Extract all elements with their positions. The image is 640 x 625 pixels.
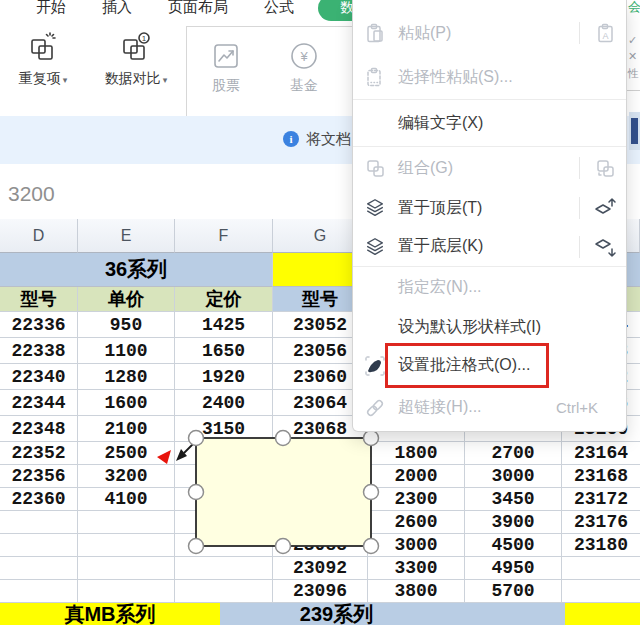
menu-item-cut: 剪切(T) Ctrl+X	[353, 0, 626, 10]
cell[interactable]: 22338	[0, 338, 78, 364]
cell[interactable]: 23096	[273, 580, 368, 603]
cell[interactable]	[273, 488, 368, 511]
cell[interactable]: 22352	[0, 442, 78, 465]
cell[interactable]: 2700	[465, 442, 562, 465]
ribbon-tabs: 开始 插入 页面布局 公式	[0, 0, 312, 21]
cell[interactable]: 5700	[465, 580, 562, 603]
cell[interactable]: 2000	[368, 465, 465, 488]
cell[interactable]	[0, 534, 78, 557]
cell[interactable]: 4950	[465, 557, 562, 580]
cell[interactable]: 2600	[368, 511, 465, 534]
cell[interactable]	[175, 511, 273, 534]
cell[interactable]: 3000	[368, 534, 465, 557]
cell[interactable]	[78, 534, 175, 557]
cell[interactable]	[175, 580, 273, 603]
cell[interactable]: 2100	[78, 416, 175, 442]
tab-insert[interactable]: 插入	[84, 0, 150, 17]
column-header-e[interactable]: E	[78, 219, 175, 253]
cell[interactable]: 22344	[0, 390, 78, 416]
paste-special-icon	[363, 67, 387, 89]
cell[interactable]: 3450	[465, 488, 562, 511]
cell[interactable]: 23088	[273, 534, 368, 557]
menu-item-bring-to-front[interactable]: 置于顶层(T)	[353, 189, 626, 227]
svg-text:1: 1	[142, 34, 147, 43]
header-list-price[interactable]: 定价	[175, 287, 273, 312]
cell[interactable]	[273, 511, 368, 534]
cell[interactable]	[175, 534, 273, 557]
cell[interactable]	[175, 465, 273, 488]
menu-item-edit-text[interactable]: 编辑文字(X)	[353, 100, 626, 146]
cell[interactable]: 2500	[78, 442, 175, 465]
tab-page-layout[interactable]: 页面布局	[150, 0, 246, 17]
cell[interactable]: 22340	[0, 364, 78, 390]
header-unit-price[interactable]: 单价	[78, 287, 175, 312]
table-row: 23092 3300 4950	[0, 557, 640, 580]
series-mb-title: 真MB系列	[64, 603, 155, 625]
cell[interactable]: 3150	[175, 416, 273, 442]
cell[interactable]: 23176	[562, 511, 640, 534]
cell[interactable]	[0, 511, 78, 534]
divider	[627, 90, 640, 91]
cell[interactable]: 4100	[78, 488, 175, 511]
menu-item-default-shape-style[interactable]: 设为默认形状样式(I)	[353, 308, 626, 346]
cell[interactable]	[0, 580, 78, 603]
cell[interactable]	[78, 580, 175, 603]
edge-glyph: 会	[628, 0, 640, 16]
cell[interactable]	[78, 511, 175, 534]
cell[interactable]: 23180	[562, 534, 640, 557]
paste-values-icon: A	[592, 21, 618, 45]
cell[interactable]: 22360	[0, 488, 78, 511]
series-title-cell[interactable]: 36系列	[0, 253, 273, 287]
menu-item-paste-special: 选择性粘贴(S)...	[353, 56, 626, 99]
cell[interactable]: 1600	[78, 390, 175, 416]
cell[interactable]	[175, 557, 273, 580]
cell[interactable]: 2400	[175, 390, 273, 416]
cell[interactable]: 23172	[562, 488, 640, 511]
cell[interactable]	[175, 442, 273, 465]
tab-formulas[interactable]: 公式	[246, 0, 312, 17]
cell[interactable]: 3200	[78, 465, 175, 488]
series-239-cell[interactable]: 239系列	[220, 603, 565, 625]
cell[interactable]: 23164	[562, 442, 640, 465]
cell[interactable]	[562, 557, 640, 580]
cell[interactable]: 1920	[175, 364, 273, 390]
cell[interactable]: 950	[78, 312, 175, 338]
series-mb-cell[interactable]: 真MB系列	[0, 603, 220, 625]
series-yellow-cell[interactable]	[565, 603, 640, 625]
tab-home[interactable]: 开始	[18, 0, 84, 17]
duplicates-button[interactable]: 重复项▾	[0, 24, 86, 102]
cell[interactable]: 4500	[465, 534, 562, 557]
menu-item-format-comment[interactable]: 设置批注格式(O)...	[353, 346, 626, 385]
table-row: 22356 3200 2000 3000 23168	[0, 465, 640, 488]
cell[interactable]: 23168	[562, 465, 640, 488]
cell[interactable]: 1650	[175, 338, 273, 364]
cell[interactable]: 1800	[368, 442, 465, 465]
cell[interactable]: 3300	[368, 557, 465, 580]
cell[interactable]: 23092	[273, 557, 368, 580]
menu-item-group: 组合(G)	[353, 147, 626, 189]
data-compare-button[interactable]: 1 数据对比▾	[86, 24, 186, 102]
cell[interactable]: 3000	[465, 465, 562, 488]
funds-button[interactable]: ¥ 基金	[265, 27, 343, 111]
cell[interactable]: 1100	[78, 338, 175, 364]
cell[interactable]	[273, 442, 368, 465]
cell[interactable]	[273, 465, 368, 488]
header-model[interactable]: 型号	[0, 287, 78, 312]
cell[interactable]	[562, 580, 640, 603]
cell[interactable]	[78, 557, 175, 580]
cell[interactable]: 1425	[175, 312, 273, 338]
cell[interactable]: 22348	[0, 416, 78, 442]
stocks-button[interactable]: 股票	[187, 27, 265, 111]
menu-item-send-to-back[interactable]: 置于底层(K)	[353, 227, 626, 266]
cell[interactable]: 1280	[78, 364, 175, 390]
cell[interactable]	[0, 557, 78, 580]
cell[interactable]: 22356	[0, 465, 78, 488]
layers-icon	[363, 197, 387, 219]
cell[interactable]: 22336	[0, 312, 78, 338]
cell[interactable]	[175, 488, 273, 511]
cell[interactable]: 3900	[465, 511, 562, 534]
cell[interactable]: 2300	[368, 488, 465, 511]
column-header-f[interactable]: F	[175, 219, 273, 253]
column-header-d[interactable]: D	[0, 219, 78, 253]
cell[interactable]: 3800	[368, 580, 465, 603]
